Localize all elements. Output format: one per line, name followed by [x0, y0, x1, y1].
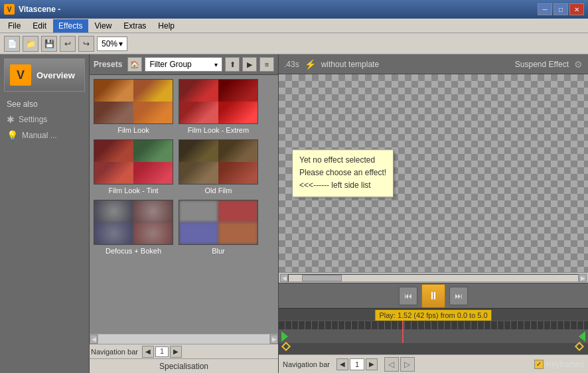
- move-right-button[interactable]: ▷: [400, 357, 415, 372]
- preview-scroll-track[interactable]: [288, 274, 579, 282]
- overview-logo: V: [10, 64, 31, 86]
- menu-effects[interactable]: Effects: [53, 19, 88, 33]
- keyframes-label: Keyframes: [546, 360, 584, 369]
- nav-page-number: 1: [350, 358, 364, 370]
- undo-button[interactable]: ↩: [60, 36, 76, 52]
- list-item[interactable]: Film Look - Extrem: [179, 79, 258, 134]
- thumb-cell: [218, 140, 257, 162]
- open-button[interactable]: 📁: [23, 36, 38, 52]
- preset-name: Film Look - Extrem: [188, 126, 249, 134]
- play-pause-button[interactable]: ⏸: [421, 284, 445, 308]
- nav-prev-button[interactable]: ◀: [142, 346, 154, 358]
- list-item[interactable]: Film Look: [94, 79, 173, 134]
- play-info: Play: 1.52 (42 fps) from 0.0 to 5.0: [375, 310, 491, 321]
- preview-scroll-right-button[interactable]: ▶: [579, 274, 587, 282]
- move-left-button[interactable]: ◁: [384, 357, 399, 372]
- no-effect-line2: Please choose an effect!: [299, 167, 386, 179]
- menu-edit[interactable]: Edit: [27, 19, 52, 33]
- filter-group-select[interactable]: Filter Group ▾: [145, 57, 222, 72]
- thumb-cell: [218, 222, 257, 244]
- horizontal-scrollbar[interactable]: [98, 335, 269, 344]
- list-item[interactable]: Old Film: [179, 139, 258, 194]
- thumb-cell: [133, 222, 173, 244]
- settings-gear-icon[interactable]: ⚙: [574, 59, 583, 70]
- thumb-cell: [179, 140, 218, 162]
- app-logo: V: [4, 4, 15, 15]
- thumb-cell: [133, 102, 173, 123]
- close-button[interactable]: ✕: [569, 3, 584, 15]
- play-button[interactable]: ▶: [242, 57, 257, 72]
- thumb-cell: [133, 200, 173, 222]
- new-button[interactable]: 📄: [4, 36, 20, 52]
- ruler-ticks: [279, 321, 588, 329]
- goto-start-button[interactable]: ⏮: [399, 287, 417, 305]
- presets-bar: Presets 🏠 Filter Group ▾ ⬆ ▶ ≡: [90, 54, 278, 75]
- timeline-ruler[interactable]: [279, 321, 588, 330]
- menu-extras[interactable]: Extras: [118, 19, 151, 33]
- thumb-cell: [179, 222, 218, 244]
- preset-name: Old Film: [205, 186, 232, 194]
- nav-next-button[interactable]: ▶: [366, 358, 378, 370]
- left-sidebar: V Overview See also ✱ Settings 💡 Manual …: [0, 54, 90, 373]
- sidebar-item-settings[interactable]: ✱ Settings: [0, 112, 89, 127]
- manual-icon: 💡: [7, 130, 18, 141]
- green-marker-right-icon[interactable]: [579, 331, 585, 342]
- home-button[interactable]: 🏠: [127, 57, 142, 72]
- template-label: without template: [321, 60, 379, 69]
- scroll-left-button[interactable]: ◀: [90, 335, 98, 344]
- thumb-cell: [133, 140, 173, 162]
- main-layout: V Overview See also ✱ Settings 💡 Manual …: [0, 54, 588, 373]
- middle-panel: Presets 🏠 Filter Group ▾ ⬆ ▶ ≡: [90, 54, 279, 373]
- menu-file[interactable]: File: [3, 19, 26, 33]
- toolbar: 📄 📁 💾 ↩ ↪ 50% ▾: [0, 33, 588, 54]
- maximize-button[interactable]: □: [553, 3, 568, 15]
- keyframe-diamond-left[interactable]: [281, 342, 291, 351]
- list-item[interactable]: Film Look - Tint: [94, 139, 173, 194]
- preset-name: Blur: [212, 247, 225, 255]
- zoom-arrow-icon: ▾: [119, 39, 123, 48]
- sidebar-item-manual[interactable]: 💡 Manual ...: [0, 127, 89, 143]
- list-item[interactable]: Blur: [179, 200, 258, 255]
- goto-end-button[interactable]: ⏭: [449, 287, 468, 305]
- preset-name: Film Look: [117, 126, 149, 134]
- thumb-cell: [179, 200, 218, 222]
- navigation-bar-label: Navigation bar: [283, 360, 330, 368]
- timeline-track[interactable]: [279, 330, 588, 343]
- preset-row-3: Defocus + Bokeh Blur: [94, 200, 274, 255]
- preview-scroll-left-button[interactable]: ◀: [280, 274, 288, 282]
- nav-prev-button[interactable]: ◀: [336, 358, 348, 370]
- manual-label: Manual ...: [22, 131, 57, 140]
- middle-nav-bottom: Navigation bar ◀ 1 ▶: [90, 344, 278, 358]
- redo-button[interactable]: ↪: [78, 36, 94, 52]
- specialisation-label: Specialisation: [159, 362, 208, 371]
- preset-grid: Film Look Film Look - Extrem: [90, 75, 278, 333]
- preview-scrollbar: ◀ ▶: [279, 272, 588, 283]
- upload-button[interactable]: ⬆: [225, 57, 240, 72]
- keyframes-checkbox[interactable]: ✓: [534, 360, 544, 369]
- overview-button[interactable]: V Overview: [4, 58, 85, 92]
- save-button[interactable]: 💾: [41, 36, 57, 52]
- list-item[interactable]: Defocus + Bokeh: [94, 200, 173, 255]
- app-title: Vitascene -: [19, 5, 60, 14]
- scroll-right-button[interactable]: ▶: [270, 335, 278, 344]
- settings-label: Settings: [19, 115, 47, 124]
- minimize-button[interactable]: ─: [538, 3, 552, 15]
- zoom-value: 50%: [102, 39, 117, 48]
- keyframe-diamond-right[interactable]: [575, 342, 584, 351]
- zoom-select[interactable]: 50% ▾: [97, 37, 127, 51]
- title-bar: V Vitascene - ─ □ ✕: [0, 0, 588, 19]
- thumb-cell: [94, 200, 133, 222]
- list-view-button[interactable]: ≡: [259, 57, 274, 72]
- effect-header: .43s ⚡ without template Suspend Effect ⚙: [279, 54, 588, 74]
- transport-bar: ⏮ ⏸ ⏭: [279, 283, 588, 308]
- settings-icon: ✱: [7, 114, 15, 125]
- menu-help[interactable]: Help: [153, 19, 180, 33]
- bottom-bar: Navigation bar ◀ 1 ▶ ◁ ▷ ✓ Keyframes: [279, 354, 588, 373]
- playhead[interactable]: [402, 321, 404, 343]
- nav-next-button[interactable]: ▶: [170, 346, 182, 358]
- lightning-icon: ⚡: [305, 59, 316, 70]
- green-marker-left-icon[interactable]: [281, 331, 288, 342]
- defocus-bokeh-thumb: [94, 200, 173, 245]
- menu-view[interactable]: View: [90, 19, 117, 33]
- no-effect-line3: <<<------ left side list: [299, 180, 386, 192]
